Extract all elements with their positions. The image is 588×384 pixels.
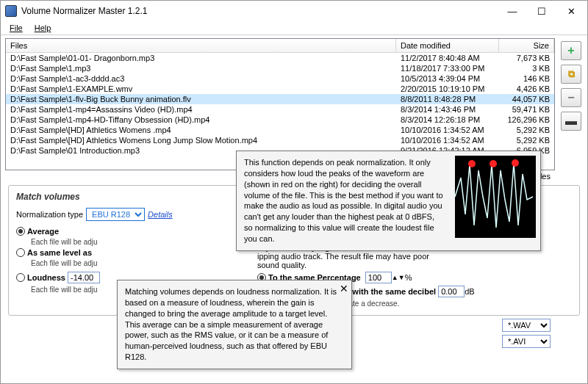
list-header[interactable]: Files Date modified Size <box>6 39 554 53</box>
normtype-select[interactable]: EBU R128 <box>86 208 145 221</box>
header-size[interactable]: Size <box>499 39 554 52</box>
add-folder-button[interactable]: ⧉ <box>561 65 581 84</box>
remove-button[interactable]: − <box>561 88 581 107</box>
db-input[interactable] <box>438 286 465 297</box>
table-row[interactable]: D:\Fast Sample\1-EXAMPLE.wmv2/20/2015 10… <box>6 84 554 94</box>
adj-text2: ipping audio track. The result file may … <box>257 252 572 261</box>
close-button[interactable]: ✕ <box>556 1 586 21</box>
loudness-tooltip-text: Matching volumes depends on loudness nor… <box>118 280 351 369</box>
table-row[interactable]: D:\Fast Sample\1-flv-Big Buck Bunny anim… <box>6 94 554 104</box>
radio-icon <box>16 273 25 282</box>
loudness-tooltip: ✕ Matching volumes depends on loudness n… <box>117 280 352 369</box>
table-row[interactable]: D:\Fast Sample\[HD] Athletics Womens Lon… <box>6 135 554 145</box>
menu-file[interactable]: File <box>4 22 29 34</box>
radio-icon <box>16 248 25 257</box>
menubar: File Help <box>1 21 587 35</box>
peak-tooltip-text: This function depends on peak normalizat… <box>237 151 451 250</box>
table-row[interactable]: D:\Fast Sample\1-mp4=Assassins Video (HD… <box>6 104 554 115</box>
radio-same-level[interactable]: As same level as <box>16 248 244 257</box>
minimize-button[interactable]: — <box>498 1 527 21</box>
peak-dot-icon <box>490 160 497 167</box>
table-row[interactable]: D:\Fast Sample\1-mp4-HD-Tiffany Obsessio… <box>6 115 554 125</box>
tooltip-close-icon[interactable]: ✕ <box>340 282 348 296</box>
same-level-sub: Each file will be adju <box>16 259 244 267</box>
table-row[interactable]: D:\Fast Sample\[HD] Athletics Womens .mp… <box>6 125 554 135</box>
header-files[interactable]: Files <box>6 39 396 52</box>
normtype-label: Normalization type <box>16 210 83 219</box>
remove-all-button[interactable]: ▬ <box>561 112 581 131</box>
side-buttons: + ⧉ − ▬ <box>555 38 583 170</box>
radio-icon <box>16 227 25 236</box>
details-link[interactable]: Details <box>148 210 173 219</box>
app-icon <box>5 5 17 17</box>
radio-average[interactable]: Average <box>16 227 244 236</box>
window-title: Volume Normalizer Master 1.2.1 <box>21 6 498 16</box>
titlebar: Volume Normalizer Master 1.2.1 — ☐ ✕ <box>1 1 587 21</box>
peak-tooltip: ✕ This function depends on peak normaliz… <box>236 151 541 251</box>
menu-help[interactable]: Help <box>29 22 57 34</box>
pct-input[interactable] <box>365 272 392 283</box>
loudness-input[interactable] <box>68 272 100 283</box>
add-file-button[interactable]: + <box>561 41 581 60</box>
table-row[interactable]: D:\Fast Sample\1.mp311/18/2017 7:33:00 P… <box>6 63 554 73</box>
table-row[interactable]: D:\Fast Sample\1-ac3-dddd.ac310/5/2013 4… <box>6 73 554 84</box>
format-avi-select[interactable]: *.AVI <box>502 335 551 348</box>
format-wav-select[interactable]: *.WAV <box>502 319 551 332</box>
peak-dot-icon <box>468 160 476 167</box>
maximize-button[interactable]: ☐ <box>527 1 556 21</box>
average-sub: Each file will be adju <box>16 238 244 246</box>
header-date[interactable]: Date modified <box>396 39 499 52</box>
table-row[interactable]: D:\Fast Sample\01-01- Dragonborn.mp311/2… <box>6 53 554 63</box>
peak-dot-icon <box>512 159 519 167</box>
adj-text3: sound quality. <box>257 261 572 269</box>
waveform-image <box>455 156 536 238</box>
